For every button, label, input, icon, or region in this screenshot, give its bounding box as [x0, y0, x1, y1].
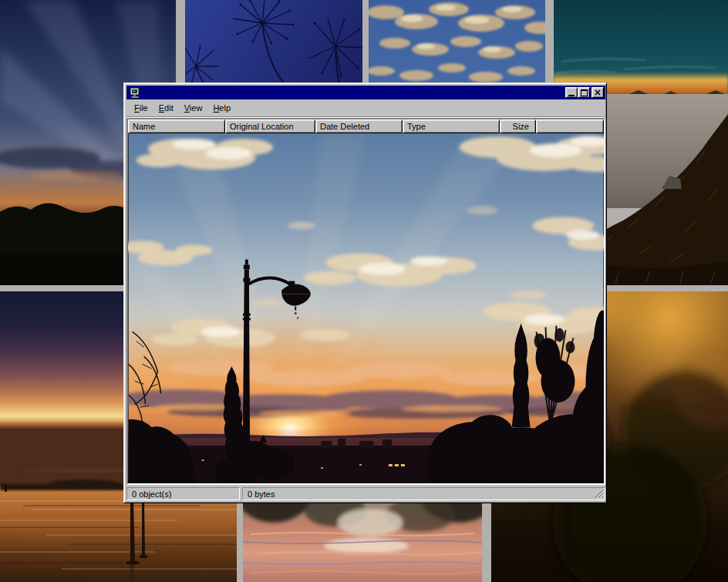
minimize-icon [568, 95, 575, 96]
column-header-type[interactable]: Type [403, 119, 500, 133]
desktop: File Edit View Help Name Original Locati… [0, 0, 728, 582]
status-bar: 0 object(s) 0 bytes [126, 487, 605, 502]
column-header-size[interactable]: Size [500, 119, 536, 133]
close-button[interactable] [592, 87, 604, 98]
list-view: Name Original Location Date Deleted Type… [126, 118, 605, 485]
resize-grip[interactable] [594, 489, 604, 499]
menu-item-edit[interactable]: Edit [153, 102, 179, 115]
sunset-streetlamp-photo [128, 133, 604, 483]
status-bytes-text: 0 bytes [248, 489, 275, 499]
list-content-area [128, 133, 604, 483]
minimize-button[interactable] [565, 87, 578, 98]
column-header-name[interactable]: Name [128, 119, 225, 133]
maximize-button[interactable] [578, 87, 590, 98]
maximize-icon [581, 89, 588, 96]
menu-item-file[interactable]: File [129, 102, 153, 115]
column-header-date-deleted[interactable]: Date Deleted [315, 119, 403, 133]
menu-item-view[interactable]: View [179, 102, 208, 115]
recycle-bin-window: File Edit View Help Name Original Locati… [123, 82, 607, 503]
menu-bar: File Edit View Help [126, 100, 605, 116]
menu-item-help[interactable]: Help [207, 102, 236, 115]
status-objects-panel: 0 object(s) [126, 487, 240, 500]
close-icon [595, 89, 601, 96]
column-header-spacer [536, 119, 604, 133]
title-bar[interactable] [126, 86, 605, 99]
column-header-original-location[interactable]: Original Location [225, 119, 315, 133]
list-header: Name Original Location Date Deleted Type… [128, 119, 604, 133]
computer-icon [129, 87, 141, 99]
status-bytes-panel: 0 bytes [242, 487, 605, 500]
